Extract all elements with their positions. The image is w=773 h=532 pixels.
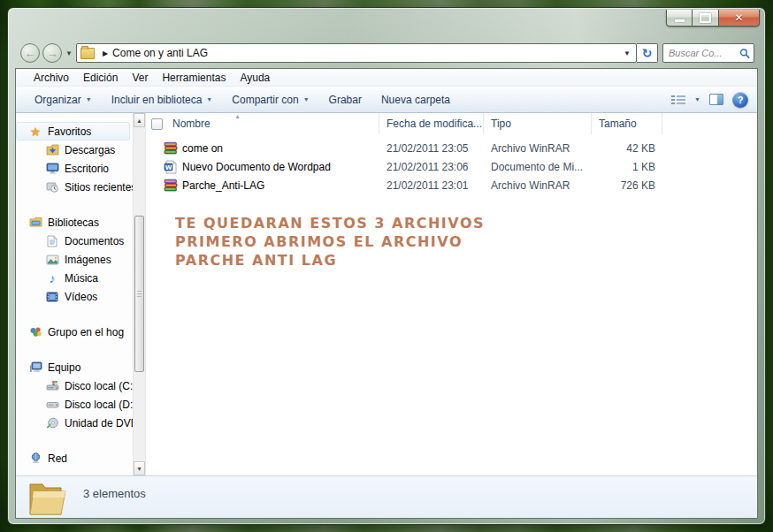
sidebar-label: Documentos — [65, 235, 124, 247]
scroll-up-icon[interactable]: ▲ — [134, 113, 145, 127]
file-size: 726 KB — [592, 179, 662, 192]
sidebar-item-videos[interactable]: Vídeos — [16, 287, 133, 306]
status-item-count: 3 elementos — [83, 487, 146, 500]
sidebar-item-favoritos[interactable]: ★ Favoritos — [16, 122, 130, 141]
help-icon[interactable]: ? — [732, 92, 748, 108]
sidebar-label: Red — [48, 452, 67, 465]
menu-edicion[interactable]: Edición — [76, 72, 125, 84]
scrollbar-track[interactable] — [134, 127, 145, 461]
back-button[interactable]: ← — [20, 43, 40, 63]
refresh-icon: ↻ — [642, 46, 653, 60]
sidebar-item-equipo[interactable]: Equipo — [16, 358, 133, 376]
column-header-tamano[interactable]: Tamaño — [592, 113, 662, 134]
forward-button[interactable]: → — [42, 43, 62, 63]
search-box[interactable] — [662, 43, 754, 63]
sidebar-item-disco-c[interactable]: Disco local (C: — [16, 376, 133, 395]
breadcrumb-chevron-icon[interactable]: ▶ — [103, 49, 108, 57]
menu-ayuda[interactable]: Ayuda — [233, 72, 277, 84]
dvd-icon — [45, 416, 59, 430]
sort-ascending-icon: ▲ — [234, 113, 241, 119]
sidebar-label: Música — [65, 272, 98, 285]
sidebar-item-escritorio[interactable]: Escritorio — [16, 159, 133, 178]
column-label: Tipo — [491, 118, 511, 130]
column-header-nombre[interactable]: Nombre — [146, 113, 379, 134]
explorer-window: ✕ ← → ▼ ▶ Come on y anti LAG ▼ ↻ Archivo… — [7, 7, 766, 525]
sidebar-item-disco-d[interactable]: Disco local (D: — [16, 395, 133, 414]
search-input[interactable] — [667, 47, 739, 59]
sidebar-item-musica[interactable]: ♪ Música — [16, 269, 133, 287]
annotation-text: TE QUEDARAN ESTOS 3 ARCHIVOS PRIMERO ABR… — [175, 214, 485, 270]
burn-button[interactable]: Grabar — [319, 94, 371, 106]
include-in-library-button[interactable]: Incluir en biblioteca ▼ — [102, 94, 223, 106]
column-label: Fecha de modifica... — [386, 118, 482, 130]
sidebar-item-sitios-recientes[interactable]: Sitios recientes — [16, 178, 133, 196]
file-name[interactable]: Nuevo Documento de Wordpad — [182, 161, 331, 173]
sidebar-scrollbar[interactable]: ▲ ▼ — [133, 113, 146, 475]
sidebar-label: Escritorio — [65, 163, 109, 175]
file-row-come-on[interactable]: come on 21/02/2011 23:05 Archivo WinRAR … — [146, 139, 757, 157]
maximize-icon — [700, 13, 711, 23]
sidebar-item-descargas[interactable]: Descargas — [16, 141, 133, 159]
views-dropdown-icon[interactable]: ▼ — [694, 96, 700, 103]
menu-archivo[interactable]: Archivo — [27, 72, 76, 84]
annotation-line: PRIMERO ABRIMOS EL ARCHIVO — [175, 232, 485, 251]
winrar-icon — [164, 141, 178, 156]
breadcrumb[interactable]: Come on y anti LAG — [112, 47, 618, 59]
sidebar-label: Vídeos — [65, 291, 97, 303]
chevron-down-icon: ▼ — [303, 96, 310, 103]
sidebar-item-documentos[interactable]: Documentos — [16, 232, 133, 250]
file-list: ▲ Nombre Fecha de modifica... Tipo Tamañ… — [146, 113, 757, 475]
organize-button[interactable]: Organizar ▼ — [25, 94, 102, 106]
chevron-down-icon: ▼ — [86, 96, 92, 103]
recent-places-icon — [45, 180, 59, 194]
command-toolbar: Organizar ▼ Incluir en biblioteca ▼ Comp… — [16, 87, 757, 113]
address-bar[interactable]: ▶ Come on y anti LAG ▼ — [76, 43, 637, 63]
new-folder-label: Nueva carpeta — [381, 94, 450, 106]
change-view-icon[interactable] — [671, 95, 685, 105]
sidebar-item-red[interactable]: Red — [16, 449, 133, 467]
file-name[interactable]: come on — [182, 142, 223, 155]
column-label: Tamaño — [599, 118, 637, 130]
folder-large-icon — [25, 479, 73, 518]
preview-pane-icon[interactable] — [709, 94, 723, 105]
downloads-icon — [45, 143, 59, 157]
address-dropdown-icon[interactable]: ▼ — [618, 49, 636, 57]
minimize-button[interactable] — [666, 10, 693, 27]
computer-icon — [28, 361, 42, 375]
file-row-wordpad-doc[interactable]: W Nuevo Documento de Wordpad 21/02/2011 … — [146, 157, 757, 176]
maximize-button[interactable] — [693, 10, 719, 27]
status-bar: 3 elementos — [16, 475, 757, 518]
annotation-line: PARCHE ANTI LAG — [175, 251, 485, 270]
file-name[interactable]: Parche_Anti-LAG — [182, 179, 264, 192]
column-header-tipo[interactable]: Tipo — [484, 113, 592, 134]
menu-herramientas[interactable]: Herramientas — [155, 72, 233, 84]
file-row-parche-anti-lag[interactable]: Parche_Anti-LAG 21/02/2011 23:01 Archivo… — [146, 176, 757, 194]
window-controls: ✕ — [666, 10, 760, 27]
menu-ver[interactable]: Ver — [125, 72, 155, 84]
recent-pages-dropdown[interactable]: ▼ — [65, 49, 73, 57]
pictures-icon — [45, 253, 59, 267]
select-all-checkbox[interactable] — [151, 118, 163, 130]
libraries-icon — [28, 216, 42, 230]
sidebar-item-bibliotecas[interactable]: Bibliotecas — [16, 213, 133, 232]
back-icon: ← — [25, 47, 36, 60]
homegroup-icon — [28, 325, 42, 339]
navigation-pane: ★ Favoritos Descargas Escritorio — [16, 113, 133, 475]
sidebar-label: Favoritos — [48, 125, 91, 138]
scroll-down-icon[interactable]: ▼ — [134, 461, 145, 475]
column-label: Nombre — [172, 118, 210, 130]
main-area: ★ Favoritos Descargas Escritorio — [16, 113, 757, 475]
share-with-button[interactable]: Compartir con ▼ — [222, 94, 318, 106]
refresh-button[interactable]: ↻ — [637, 43, 658, 63]
network-icon — [28, 452, 42, 466]
videos-icon — [45, 290, 59, 304]
column-headers: ▲ Nombre Fecha de modifica... Tipo Tamañ… — [146, 113, 757, 134]
sidebar-item-imagenes[interactable]: Imágenes — [16, 250, 133, 269]
close-button[interactable]: ✕ — [719, 10, 760, 27]
search-icon[interactable] — [739, 48, 750, 59]
new-folder-button[interactable]: Nueva carpeta — [371, 94, 460, 106]
column-header-fecha[interactable]: Fecha de modifica... — [379, 113, 484, 134]
scrollbar-thumb[interactable] — [134, 216, 144, 372]
sidebar-item-unidad-dvd[interactable]: Unidad de DVD — [16, 414, 133, 432]
sidebar-item-grupo-hogar[interactable]: Grupo en el hog — [16, 323, 133, 341]
